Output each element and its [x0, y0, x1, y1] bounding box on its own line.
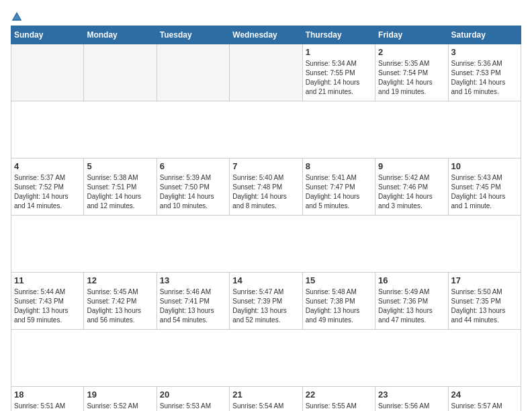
calendar-cell: 19Sunrise: 5:52 AMSunset: 7:32 PMDayligh…: [84, 387, 157, 412]
calendar-cell: 16Sunrise: 5:49 AMSunset: 7:36 PMDayligh…: [375, 273, 448, 330]
weekday-header-saturday: Saturday: [448, 26, 521, 44]
calendar-cell: 21Sunrise: 5:54 AMSunset: 7:29 PMDayligh…: [230, 387, 302, 412]
calendar-cell: 24Sunrise: 5:57 AMSunset: 7:25 PMDayligh…: [448, 387, 521, 412]
day-number: 11: [14, 275, 81, 285]
day-number: 22: [306, 390, 372, 400]
day-info: Sunrise: 5:48 AMSunset: 7:38 PMDaylight:…: [306, 287, 372, 325]
calendar-cell: 8Sunrise: 5:41 AMSunset: 7:47 PMDaylight…: [302, 158, 375, 216]
day-number: 7: [232, 161, 299, 171]
calendar-cell: 14Sunrise: 5:47 AMSunset: 7:39 PMDayligh…: [230, 273, 302, 330]
calendar-cell: 1Sunrise: 5:34 AMSunset: 7:55 PMDaylight…: [302, 44, 375, 101]
weekday-header-monday: Monday: [84, 26, 157, 44]
day-number: 17: [451, 275, 518, 285]
day-info: Sunrise: 5:54 AMSunset: 7:29 PMDaylight:…: [232, 402, 299, 411]
day-info: Sunrise: 5:52 AMSunset: 7:32 PMDaylight:…: [87, 402, 153, 411]
calendar-cell: [84, 44, 157, 101]
calendar-cell: 13Sunrise: 5:46 AMSunset: 7:41 PMDayligh…: [157, 273, 229, 330]
row-divider: [11, 216, 521, 273]
calendar-cell: 17Sunrise: 5:50 AMSunset: 7:35 PMDayligh…: [448, 273, 521, 330]
calendar-cell: 22Sunrise: 5:55 AMSunset: 7:28 PMDayligh…: [302, 387, 375, 412]
day-info: Sunrise: 5:44 AMSunset: 7:43 PMDaylight:…: [14, 287, 81, 325]
calendar-cell: [11, 44, 84, 101]
row-divider: [11, 330, 521, 387]
weekday-header-thursday: Thursday: [302, 26, 375, 44]
day-info: Sunrise: 5:43 AMSunset: 7:45 PMDaylight:…: [451, 173, 518, 211]
day-info: Sunrise: 5:55 AMSunset: 7:28 PMDaylight:…: [306, 402, 372, 411]
weekday-header-sunday: Sunday: [11, 26, 84, 44]
day-info: Sunrise: 5:35 AMSunset: 7:54 PMDaylight:…: [378, 59, 445, 97]
calendar-cell: 2Sunrise: 5:35 AMSunset: 7:54 PMDaylight…: [375, 44, 448, 101]
day-info: Sunrise: 5:50 AMSunset: 7:35 PMDaylight:…: [451, 287, 518, 325]
calendar-cell: 7Sunrise: 5:40 AMSunset: 7:48 PMDaylight…: [230, 158, 302, 216]
day-number: 3: [451, 47, 518, 57]
weekday-header-friday: Friday: [375, 26, 448, 44]
day-number: 6: [160, 161, 226, 171]
day-number: 15: [306, 275, 372, 285]
day-info: Sunrise: 5:51 AMSunset: 7:34 PMDaylight:…: [14, 402, 81, 411]
day-info: Sunrise: 5:41 AMSunset: 7:47 PMDaylight:…: [306, 173, 372, 211]
calendar-table: SundayMondayTuesdayWednesdayThursdayFrid…: [11, 26, 521, 411]
calendar-cell: 9Sunrise: 5:42 AMSunset: 7:46 PMDaylight…: [375, 158, 448, 216]
day-number: 18: [14, 390, 81, 400]
day-number: 1: [306, 47, 372, 57]
calendar-cell: 5Sunrise: 5:38 AMSunset: 7:51 PMDaylight…: [84, 158, 157, 216]
day-number: 8: [306, 161, 372, 171]
day-info: Sunrise: 5:38 AMSunset: 7:51 PMDaylight:…: [87, 173, 153, 211]
logo-icon: [11, 11, 23, 23]
day-info: Sunrise: 5:34 AMSunset: 7:55 PMDaylight:…: [306, 59, 372, 97]
calendar-cell: 20Sunrise: 5:53 AMSunset: 7:31 PMDayligh…: [157, 387, 229, 412]
calendar-cell: 4Sunrise: 5:37 AMSunset: 7:52 PMDaylight…: [11, 158, 84, 216]
day-number: 12: [87, 275, 153, 285]
day-info: Sunrise: 5:39 AMSunset: 7:50 PMDaylight:…: [160, 173, 226, 211]
day-number: 2: [378, 47, 445, 57]
day-number: 5: [87, 161, 153, 171]
day-info: Sunrise: 5:40 AMSunset: 7:48 PMDaylight:…: [232, 173, 299, 211]
day-info: Sunrise: 5:53 AMSunset: 7:31 PMDaylight:…: [160, 402, 226, 411]
calendar-cell: 6Sunrise: 5:39 AMSunset: 7:50 PMDaylight…: [157, 158, 229, 216]
day-number: 9: [378, 161, 445, 171]
day-number: 10: [451, 161, 518, 171]
day-number: 23: [378, 390, 445, 400]
day-info: Sunrise: 5:57 AMSunset: 7:25 PMDaylight:…: [451, 402, 518, 411]
day-info: Sunrise: 5:56 AMSunset: 7:26 PMDaylight:…: [378, 402, 445, 411]
calendar-cell: 3Sunrise: 5:36 AMSunset: 7:53 PMDaylight…: [448, 44, 521, 101]
calendar-cell: 12Sunrise: 5:45 AMSunset: 7:42 PMDayligh…: [84, 273, 157, 330]
day-number: 4: [14, 161, 81, 171]
day-info: Sunrise: 5:46 AMSunset: 7:41 PMDaylight:…: [160, 287, 226, 325]
day-info: Sunrise: 5:47 AMSunset: 7:39 PMDaylight:…: [232, 287, 299, 325]
day-info: Sunrise: 5:49 AMSunset: 7:36 PMDaylight:…: [378, 287, 445, 325]
day-info: Sunrise: 5:36 AMSunset: 7:53 PMDaylight:…: [451, 59, 518, 97]
calendar-cell: 10Sunrise: 5:43 AMSunset: 7:45 PMDayligh…: [448, 158, 521, 216]
day-number: 16: [378, 275, 445, 285]
calendar-cell: 15Sunrise: 5:48 AMSunset: 7:38 PMDayligh…: [302, 273, 375, 330]
day-info: Sunrise: 5:45 AMSunset: 7:42 PMDaylight:…: [87, 287, 153, 325]
day-info: Sunrise: 5:42 AMSunset: 7:46 PMDaylight:…: [378, 173, 445, 211]
calendar-cell: 11Sunrise: 5:44 AMSunset: 7:43 PMDayligh…: [11, 273, 84, 330]
day-number: 14: [232, 275, 299, 285]
day-info: Sunrise: 5:37 AMSunset: 7:52 PMDaylight:…: [14, 173, 81, 211]
weekday-header-wednesday: Wednesday: [230, 26, 302, 44]
calendar-cell: 18Sunrise: 5:51 AMSunset: 7:34 PMDayligh…: [11, 387, 84, 412]
weekday-header-tuesday: Tuesday: [157, 26, 229, 44]
row-divider: [11, 101, 521, 158]
day-number: 20: [160, 390, 226, 400]
calendar-cell: [157, 44, 229, 101]
logo: [11, 11, 24, 23]
day-number: 24: [451, 390, 518, 400]
calendar-cell: 23Sunrise: 5:56 AMSunset: 7:26 PMDayligh…: [375, 387, 448, 412]
day-number: 13: [160, 275, 226, 285]
day-number: 21: [232, 390, 299, 400]
day-number: 19: [87, 390, 153, 400]
calendar-cell: [230, 44, 302, 101]
